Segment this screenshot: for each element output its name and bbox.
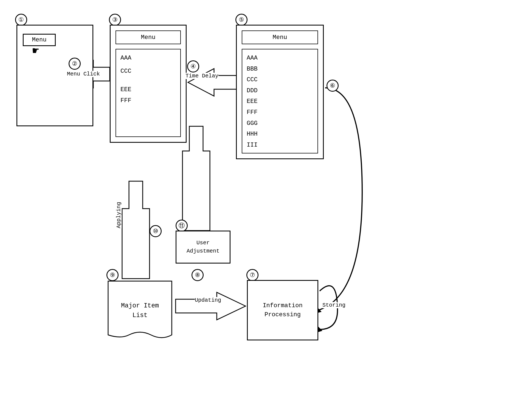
info-processing-box: Information Processing [247,280,318,340]
screen3-item-eee: EEE [120,84,176,95]
step-3-circle: ③ [109,14,121,26]
updating-label: Updating [195,297,221,303]
screen3-item-aaa: AAA [120,53,176,64]
screen5-item-hhh: HHH [247,129,313,140]
screen5-menu-list: AAA BBB CCC DDD EEE FFF GGG HHH III [242,49,318,153]
screen5-menu-header: Menu [242,30,318,44]
step-6-circle: ⑥ [327,80,339,92]
cursor-hand-icon: ☛ [32,44,39,58]
screen5-item-fff: FFF [247,107,313,118]
step-7-circle: ⑦ [246,269,258,281]
user-adjustment-box: User Adjustment [176,231,230,264]
svg-marker-7 [182,126,210,231]
screen3-item-fff: FFF [120,95,176,106]
screen3-menu-header: Menu [116,30,181,44]
menu-click-label: Menu Click [67,71,100,77]
storing-label: Storing [322,302,345,308]
screen5-item-ccc: CCC [247,74,313,85]
step-9-circle: ⑨ [106,269,119,281]
major-item-list-svg: Major Item List [107,280,173,346]
screen5-item-ddd: DDD [247,85,313,96]
arrow-10 [122,181,150,279]
svg-text:List: List [132,312,147,319]
applying-label: Applying [116,202,122,228]
step-1-circle: ① [15,14,27,26]
step-5-circle: ⑤ [235,14,247,26]
svg-marker-5 [122,181,150,279]
screen5-item-iii: III [247,140,313,151]
arrow-4-up [182,126,210,231]
step-8-circle: ⑧ [192,269,204,281]
screen-5-box: Menu AAA BBB CCC DDD EEE FFF GGG HHH III [236,25,324,159]
step-11-circle: ⑪ [176,220,188,232]
screen3-item-ccc: CCC [120,66,176,77]
screen-3-box: Menu AAA CCC EEE FFF [110,25,187,143]
step-4-circle: ④ [187,60,199,72]
screen5-item-eee: EEE [247,96,313,107]
screen3-menu-list: AAA CCC EEE FFF [116,49,181,137]
arrow-8 [176,292,246,320]
svg-marker-6 [176,292,246,320]
screen5-item-bbb: BBB [247,64,313,75]
major-item-list-container: Major Item List [107,280,173,347]
step-2-circle: ② [69,58,81,70]
time-delay-label: Time Delay [185,73,218,79]
menu-button[interactable]: Menu [23,34,56,46]
screen5-item-aaa: AAA [247,53,313,64]
step-10-circle: ⑩ [150,225,162,237]
screen5-item-ggg: GGG [247,118,313,129]
diagram: ① Menu ☛ ② Menu Click ③ Menu AAA CCC EEE… [0,0,526,420]
arrow-storing [316,286,337,333]
svg-text:Major Item: Major Item [121,302,159,309]
